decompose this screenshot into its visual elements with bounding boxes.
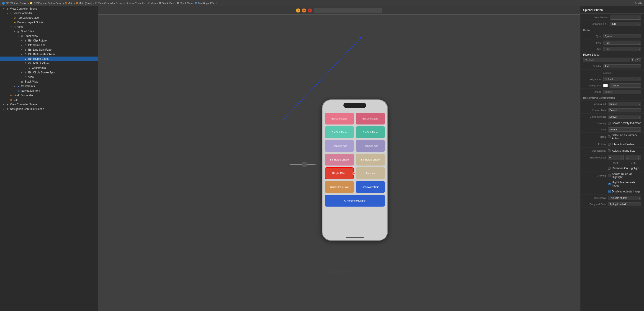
disclosure-btn-circle-stroke[interactable]: ▸ <box>20 71 24 74</box>
shadow-y-stepper[interactable]: ▲ ▼ <box>638 156 640 160</box>
breadcrumb-btn-ripple[interactable]: Btn Ripple Effect <box>198 2 217 5</box>
role-select[interactable]: Normal <box>608 127 641 132</box>
insp-no-font-text[interactable]: No Font <box>583 58 630 62</box>
shows-activity-checkbox[interactable] <box>608 122 610 125</box>
corner-style-select[interactable]: Default <box>608 108 641 112</box>
menu-checkbox[interactable] <box>608 135 610 138</box>
connector-circle[interactable]: ○ <box>302 162 307 167</box>
breadcrumb-view[interactable]: View <box>151 2 156 5</box>
nav-item-view[interactable]: ▾ □ View <box>0 25 98 29</box>
nav-item-stack2[interactable]: ▾ ▦ Stack View <box>0 34 98 38</box>
nav-item-stack1[interactable]: ▾ ▦ Stack View <box>0 29 98 34</box>
image-input[interactable] <box>603 90 641 94</box>
sim-btn-ripple[interactable]: Ripple Effect <box>325 167 354 179</box>
disclosure-stack1[interactable]: ▾ <box>13 30 16 33</box>
sim-btn-pacman[interactable]: Pacman <box>356 167 385 179</box>
insp-font-t-btn[interactable]: T <box>631 58 634 62</box>
sim-btn-circlescale[interactable]: CircleScaleMultiple <box>325 195 385 207</box>
breadcrumb-project[interactable]: SSSSpinnerButton <box>6 2 27 5</box>
disclosure-btn-line-spin-fade[interactable]: ▸ <box>20 49 24 51</box>
breadcrumb-fwd-btn[interactable]: ▶ <box>640 2 642 5</box>
disabled-checkbox[interactable] <box>608 190 610 193</box>
breadcrumb-main[interactable]: Main <box>68 2 73 5</box>
sim-btn-circlewave[interactable]: CircleWaveSpin <box>356 181 385 193</box>
shadow-x-stepper[interactable]: ▲ ▼ <box>620 156 622 160</box>
disclosure-btn-ball-rotate[interactable]: ▸ <box>20 53 24 55</box>
canvas-toolbar-btn-yellow[interactable]: ● <box>296 9 300 13</box>
nav-item-view2[interactable]: ▸ □ View <box>0 75 98 79</box>
disclosure-vc-scene2[interactable]: ▸ <box>2 103 6 106</box>
line-break-select[interactable]: Truncate Middle <box>608 196 641 200</box>
breadcrumb-folder[interactable]: SSSSpinnerButton Demo <box>34 2 62 5</box>
nav-item-vc-scene2[interactable]: ▸ ⊞ View Controller Scene <box>0 102 98 107</box>
background-select[interactable]: Default <box>608 102 641 106</box>
nav-item-btn-line-spin-fade[interactable]: ▸ B Btn Line Spin Fade <box>0 48 98 52</box>
nav-item-circle-stroke-spin[interactable]: ▾ B CircleStrokeSpin <box>0 61 98 66</box>
nav-item-bottom-layout[interactable]: ▸ ⊕ Bottom Layout Guide <box>0 20 98 25</box>
accessibility-checkbox[interactable] <box>608 149 610 152</box>
nav-item-btn-clip-rotate[interactable]: ▸ B Btn Clip Rotate <box>0 38 98 43</box>
disclosure-stack2[interactable]: ▾ <box>16 35 20 37</box>
nav-item-btn-spin-fade[interactable]: ▸ B Btn Spin Fade <box>0 43 98 48</box>
sim-btn-ballrotate1[interactable]: BallRotateChase <box>325 154 354 166</box>
nav-item-constraints[interactable]: ▸ ■ Constraints <box>0 84 98 89</box>
shadow-x-field[interactable]: 0 ▲ ▼ <box>608 155 624 160</box>
nav-item-top-layout[interactable]: ▸ ⊕ Top Layout Guide <box>0 16 98 20</box>
disclosure-circle-stroke-spin[interactable]: ▾ <box>20 62 24 65</box>
disclosure-constraints[interactable]: ▸ <box>13 85 16 87</box>
shadow-y-down[interactable]: ▼ <box>638 158 640 160</box>
breadcrumb-main-base[interactable]: Main (Base) <box>79 2 92 5</box>
nav-item-btn-ripple[interactable]: ▸ B Btn Ripple Effect <box>0 57 98 61</box>
disclosure-stack3[interactable]: ▸ <box>16 81 20 83</box>
alignment-select[interactable]: Default <box>603 77 641 81</box>
canvas-toolbar-btn-orange[interactable]: ■ <box>302 9 306 13</box>
nav-item-btn-ball-rotate[interactable]: ▸ B Btn Ball Rotate Chase <box>0 52 98 57</box>
shadow-y-up[interactable]: ▲ <box>638 156 640 158</box>
nav-item-nav-item[interactable]: ▸ ◁ Navigation Item <box>0 89 98 93</box>
sim-btn-ballspin2[interactable]: BallSpinFade <box>356 126 385 138</box>
foreground-select[interactable]: Custom <box>609 84 641 88</box>
breadcrumb-stack1[interactable]: Stack View <box>162 2 174 5</box>
disclosure-vc-scene[interactable]: ▾ <box>2 8 6 10</box>
breadcrumb-vc-scene[interactable]: View Controller Scene <box>98 2 123 5</box>
disclosure-btn-clip-rotate[interactable]: ▸ <box>20 40 24 42</box>
drag-drop-select[interactable]: Spring Loaded <box>608 202 641 206</box>
content-insets-select[interactable]: Default <box>608 115 641 119</box>
nav-item-constraints-circle[interactable]: ▸ ■ Constraints <box>0 66 98 70</box>
style-select[interactable]: Plain <box>603 41 641 45</box>
breadcrumb-back-btn[interactable]: ◀ <box>638 2 640 5</box>
shadow-x-down[interactable]: ▼ <box>620 158 622 160</box>
shows-touch-checkbox[interactable] <box>608 174 610 177</box>
highlighted-checkbox[interactable] <box>608 183 610 185</box>
nav-item-vc-scene[interactable]: ▾ ⊞ View Controller Scene <box>0 7 98 11</box>
nav-item-stack3[interactable]: ▸ ▦ Stack View <box>0 79 98 84</box>
breadcrumb-stack2[interactable]: Stack View <box>180 2 192 5</box>
disclosure-btn-spin-fade[interactable]: ▸ <box>20 44 24 46</box>
sim-btn-ballspin1[interactable]: BallSpinFade <box>325 126 354 138</box>
type-select[interactable]: System <box>603 34 641 38</box>
nav-item-btn-circle-stroke[interactable]: ▸ B Btn Circle Stroke Spin <box>0 70 98 75</box>
nav-item-nav-controller-scene[interactable]: ▸ ⊞ Navigation Controller Scene <box>0 107 98 111</box>
nav-item-first-responder[interactable]: ▸ ⊕ First Responder <box>0 93 98 98</box>
sim-btn-ballclip2[interactable]: BallClipRotate <box>356 113 385 125</box>
sim-btn-ballrotate2[interactable]: BallRotateChase <box>356 154 385 166</box>
corner-radius-select[interactable] <box>610 15 641 20</box>
pointer-checkbox[interactable] <box>608 143 610 146</box>
disclosure-constraints-circle[interactable]: ▸ <box>24 67 27 69</box>
shadow-y-field[interactable]: 0 ▲ ▼ <box>626 155 642 160</box>
sim-btn-circlestroke[interactable]: CircleStrokeSpin <box>325 181 354 193</box>
canvas-toolbar-btn-red[interactable]: ▲ <box>308 9 312 13</box>
breadcrumb-vc[interactable]: View Controller <box>129 2 146 5</box>
set-ripple-on-badge[interactable]: On ⌄ <box>610 22 641 26</box>
nav-item-vc[interactable]: ▾ ⬡ View Controller <box>0 11 98 16</box>
subtitle-select[interactable]: Plain <box>603 64 641 68</box>
shadow-x-up[interactable]: ▲ <box>620 156 622 158</box>
disclosure-vc[interactable]: ▾ <box>6 12 9 14</box>
reverses-checkbox[interactable] <box>608 167 610 170</box>
foreground-color-swatch[interactable] <box>603 84 608 87</box>
disclosure-nav-controller-scene[interactable]: ▸ <box>2 108 6 110</box>
sim-btn-linespin1[interactable]: LineSpinFade <box>325 140 354 152</box>
disclosure-view[interactable]: ▾ <box>9 26 13 28</box>
insp-font-stepper-btn[interactable]: ⌃⌄ <box>635 58 641 62</box>
title-select[interactable]: Plain <box>603 47 641 51</box>
